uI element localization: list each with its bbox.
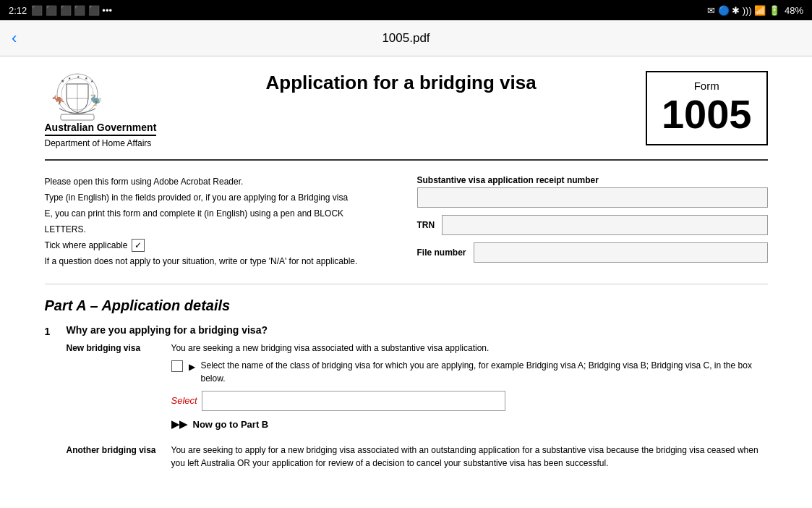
form-number: 1005 <box>662 92 752 137</box>
dept-name: Department of Home Affairs <box>45 138 152 148</box>
select-row: Select <box>171 391 768 411</box>
trn-label: TRN <box>417 220 435 230</box>
new-bridging-visa-label: New bridging visa <box>67 342 161 436</box>
status-bar: 2:12 ⬛ ⬛ ⬛ ⬛ ⬛ ••• ✉ 🔵 ✱ ))) 📶 🔋 48% <box>0 0 812 20</box>
goto-part-b-label: Now go to Part B <box>193 418 269 432</box>
trn-input[interactable] <box>442 215 767 235</box>
svg-text:★: ★ <box>61 79 64 83</box>
logo-section: ★ ★ ★ ★ ★ 🦘 🦤 Australian Government Depa… <box>45 71 157 148</box>
arrow-right-icon: ▶ <box>189 360 195 373</box>
svg-text:🦤: 🦤 <box>90 94 103 106</box>
new-bridging-visa-content: You are seeking a new bridging visa asso… <box>171 342 768 436</box>
battery-percent: 48% <box>785 5 803 16</box>
battery-icon: ✉ 🔵 ✱ ))) 📶 🔋 <box>707 5 780 16</box>
select-instruction-text: Select the name of the class of bridging… <box>201 359 768 385</box>
instruction-line2: Type (in English) in the fields provided… <box>45 191 396 204</box>
pdf-header: ★ ★ ★ ★ ★ 🦘 🦤 Australian Government Depa… <box>45 71 768 161</box>
file-field-row: File number <box>417 242 768 263</box>
svg-text:🦘: 🦘 <box>52 94 65 106</box>
status-icons: ⬛ ⬛ ⬛ ⬛ ⬛ ••• <box>31 5 112 16</box>
instruction-line1: Please open this form using Adobe Acroba… <box>45 175 396 188</box>
form-title: Application for a bridging visa <box>266 71 537 96</box>
instruction-line5: If a question does not apply to your sit… <box>45 255 396 268</box>
nav-title: 1005.pdf <box>382 31 429 46</box>
trn-field-row: TRN <box>417 215 768 235</box>
gov-name: Australian Government <box>45 122 157 136</box>
svg-text:★: ★ <box>68 76 72 80</box>
another-bridging-visa-label: Another bridging visa <box>67 444 161 470</box>
another-bridging-visa-section: Another bridging visa You are seeking to… <box>67 444 768 470</box>
pdf-page: ★ ★ ★ ★ ★ 🦘 🦤 Australian Government Depa… <box>23 56 790 507</box>
new-bridging-description: You are seeking a new bridging visa asso… <box>171 342 768 355</box>
svg-text:★: ★ <box>90 79 94 83</box>
tick-where-label: Tick where applicable <box>45 239 128 252</box>
question-1-content: Why are you applying for a bridging visa… <box>67 324 768 477</box>
back-button[interactable]: ‹ <box>12 29 17 48</box>
file-input[interactable] <box>474 242 768 263</box>
form-number-box: Form 1005 <box>646 71 768 145</box>
tick-row: Tick where applicable ✓ <box>45 239 396 252</box>
question-number-1: 1 <box>45 324 67 477</box>
goto-part-b-row: ▶▶ Now go to Part B <box>171 417 768 432</box>
tick-checkbox[interactable]: ✓ <box>132 239 145 252</box>
status-time: 2:12 <box>9 5 27 16</box>
file-label: File number <box>417 247 466 258</box>
another-bridging-description: You are seeking to apply for a new bridg… <box>171 444 768 470</box>
svg-rect-11 <box>61 114 94 120</box>
substantive-label: Substantive visa application receipt num… <box>417 175 768 185</box>
instruction-line3: E, you can print this form and complete … <box>45 207 396 220</box>
form-title-section: Application for a bridging visa <box>156 71 646 96</box>
new-bridging-visa-section: New bridging visa You are seeking a new … <box>67 342 768 436</box>
bridging-visa-class-input[interactable] <box>202 391 505 411</box>
instruction-line4: LETTERS. <box>45 223 396 236</box>
substantive-input[interactable] <box>417 187 768 208</box>
select-checkbox[interactable] <box>171 360 183 372</box>
instructions-right: Substantive visa application receipt num… <box>417 175 768 271</box>
status-right: ✉ 🔵 ✱ ))) 📶 🔋 48% <box>707 5 803 16</box>
instructions-section: Please open this form using Adobe Acroba… <box>45 175 768 284</box>
status-left: 2:12 ⬛ ⬛ ⬛ ⬛ ⬛ ••• <box>9 5 112 16</box>
part-a-heading: Part A – Application details <box>45 297 768 314</box>
double-arrow-icon: ▶▶ <box>171 417 187 432</box>
select-instruction-row: ▶ Select the name of the class of bridgi… <box>171 359 768 385</box>
question-1-section: 1 Why are you applying for a bridging vi… <box>45 324 768 477</box>
question-1-title: Why are you applying for a bridging visa… <box>67 324 768 336</box>
substantive-field-row: Substantive visa application receipt num… <box>417 175 768 208</box>
select-label: Select <box>171 394 197 408</box>
instructions-left: Please open this form using Adobe Acroba… <box>45 175 396 271</box>
tick-checkmark: ✓ <box>134 239 142 252</box>
form-label: Form <box>662 80 752 92</box>
nav-bar: ‹ 1005.pdf <box>0 20 812 56</box>
another-bridging-visa-content: You are seeking to apply for a new bridg… <box>171 444 768 470</box>
coat-of-arms-icon: ★ ★ ★ ★ ★ 🦘 🦤 <box>45 71 110 122</box>
pdf-content: ★ ★ ★ ★ ★ 🦘 🦤 Australian Government Depa… <box>0 56 812 508</box>
